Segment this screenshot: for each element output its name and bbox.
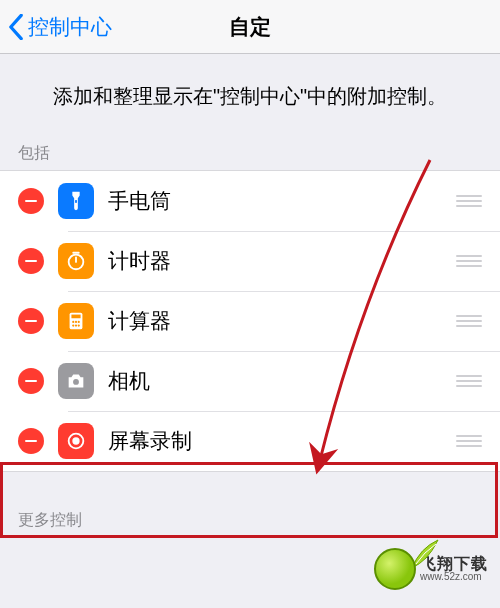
navbar: 控制中心 自定 — [0, 0, 500, 54]
row-camera[interactable]: 相机 — [0, 351, 500, 411]
back-button[interactable]: 控制中心 — [0, 13, 112, 41]
back-label: 控制中心 — [28, 13, 112, 41]
drag-handle-icon[interactable] — [456, 375, 482, 387]
svg-point-4 — [72, 321, 74, 323]
calculator-icon — [58, 303, 94, 339]
remove-button[interactable] — [18, 248, 44, 274]
row-flashlight[interactable]: 手电筒 — [0, 171, 500, 231]
drag-handle-icon[interactable] — [456, 255, 482, 267]
row-label: 计时器 — [108, 247, 456, 275]
remove-button[interactable] — [18, 368, 44, 394]
svg-point-5 — [75, 321, 77, 323]
chevron-left-icon — [8, 14, 24, 40]
section-more-label: 更多控制 — [0, 502, 500, 537]
row-calculator[interactable]: 计算器 — [0, 291, 500, 351]
svg-point-9 — [78, 324, 80, 326]
svg-point-7 — [72, 324, 74, 326]
camera-icon — [58, 363, 94, 399]
wing-icon — [410, 538, 440, 572]
row-label: 屏幕录制 — [108, 427, 456, 455]
row-label: 手电筒 — [108, 187, 456, 215]
svg-point-8 — [75, 324, 77, 326]
description-text: 添加和整理显示在"控制中心"中的附加控制。 — [0, 54, 500, 135]
drag-handle-icon[interactable] — [456, 435, 482, 447]
remove-button[interactable] — [18, 188, 44, 214]
svg-point-6 — [78, 321, 80, 323]
svg-point-12 — [72, 437, 79, 444]
row-label: 计算器 — [108, 307, 456, 335]
flashlight-icon — [58, 183, 94, 219]
remove-button[interactable] — [18, 428, 44, 454]
logo-circle-icon — [374, 548, 416, 590]
screen-recording-icon — [58, 423, 94, 459]
watermark: 飞翔下载 www.52z.com — [374, 548, 488, 590]
drag-handle-icon[interactable] — [456, 195, 482, 207]
row-screen-recording[interactable]: 屏幕录制 — [0, 411, 500, 471]
included-list: 手电筒 计时器 计算器 相机 屏幕录制 — [0, 170, 500, 472]
section-included-label: 包括 — [0, 135, 500, 170]
remove-button[interactable] — [18, 308, 44, 334]
svg-point-10 — [73, 379, 79, 385]
row-timer[interactable]: 计时器 — [0, 231, 500, 291]
watermark-name: 飞翔下载 — [420, 556, 488, 572]
svg-rect-0 — [75, 200, 77, 203]
row-label: 相机 — [108, 367, 456, 395]
watermark-url: www.52z.com — [420, 572, 482, 582]
drag-handle-icon[interactable] — [456, 315, 482, 327]
svg-rect-3 — [71, 315, 80, 319]
timer-icon — [58, 243, 94, 279]
